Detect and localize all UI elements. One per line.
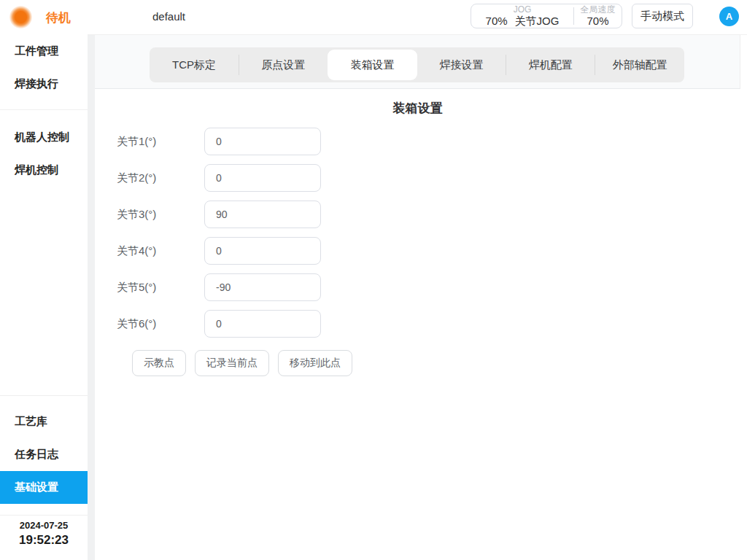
tab-1[interactable]: TCP标定 bbox=[150, 47, 239, 82]
joint-row-2: 关节2(°) bbox=[117, 160, 321, 196]
jog-mode-cell[interactable]: JOG 70% 关节JOG bbox=[471, 4, 573, 28]
joint-label-1: 关节1(°) bbox=[117, 135, 204, 149]
joint-row-4: 关节4(°) bbox=[117, 233, 321, 269]
joint-label-6: 关节6(°) bbox=[117, 317, 204, 331]
joint-label-4: 关节4(°) bbox=[117, 244, 204, 258]
sidebar-divider bbox=[0, 395, 88, 396]
tab-5[interactable]: 焊机配置 bbox=[506, 47, 595, 82]
sidebar-item-group3-1[interactable]: 工艺库 bbox=[0, 405, 88, 438]
tab-4[interactable]: 焊接设置 bbox=[417, 47, 506, 82]
sidebar-item-group1-1[interactable]: 工件管理 bbox=[0, 35, 88, 68]
settings-tab-bar: TCP标定原点设置装箱设置焊接设置焊机配置外部轴配置 bbox=[150, 47, 684, 82]
joint-label-2: 关节2(°) bbox=[117, 171, 204, 185]
global-speed-value: 70% bbox=[587, 15, 608, 27]
jog-speed-value: 70% bbox=[486, 15, 508, 27]
header-divider bbox=[88, 34, 747, 35]
panel-title: 装箱设置 bbox=[95, 100, 740, 117]
global-speed-cell[interactable]: 全局速度 70% bbox=[574, 4, 622, 28]
move-to-point-button[interactable]: 移动到此点 bbox=[278, 350, 352, 376]
manual-mode-button[interactable]: 手动模式 bbox=[632, 4, 693, 28]
datetime-display: 2024-07-25 19:52:23 bbox=[0, 518, 88, 548]
joint-row-6: 关节6(°) bbox=[117, 306, 321, 342]
joint-input-3[interactable] bbox=[204, 201, 321, 228]
sidebar-divider bbox=[0, 515, 88, 516]
jog-mode-value: 关节JOG bbox=[515, 15, 560, 27]
current-time: 19:52:23 bbox=[0, 532, 88, 548]
main-content: TCP标定原点设置装箱设置焊接设置焊机配置外部轴配置 装箱设置 关节1(°)关节… bbox=[95, 35, 747, 560]
sidebar-nav: 工件管理焊接执行 机器人控制焊机控制 工艺库任务日志基础设置 2024-07-2… bbox=[0, 35, 88, 560]
tab-6[interactable]: 外部轴配置 bbox=[595, 47, 684, 82]
joint-row-3: 关节3(°) bbox=[117, 196, 321, 233]
settings-tab-strip: TCP标定原点设置装箱设置焊接设置焊机配置外部轴配置 bbox=[95, 35, 740, 89]
tab-2[interactable]: 原点设置 bbox=[239, 47, 328, 82]
sidebar-divider bbox=[0, 109, 88, 110]
joint-angle-form: 关节1(°)关节2(°)关节3(°)关节4(°)关节5(°)关节6(°) bbox=[117, 123, 321, 342]
project-name: default bbox=[152, 10, 185, 23]
status-indicator-icon bbox=[9, 6, 32, 28]
jog-speed-panel[interactable]: JOG 70% 关节JOG 全局速度 70% bbox=[471, 4, 622, 28]
joint-input-1[interactable] bbox=[204, 128, 321, 155]
user-avatar[interactable]: A bbox=[719, 7, 739, 26]
current-date: 2024-07-25 bbox=[0, 518, 88, 532]
sidebar-item-group3-2[interactable]: 任务日志 bbox=[0, 438, 88, 471]
sidebar-item-group2-1[interactable]: 机器人控制 bbox=[0, 121, 88, 154]
joint-input-6[interactable] bbox=[204, 310, 321, 338]
joint-row-1: 关节1(°) bbox=[117, 123, 321, 160]
global-speed-label: 全局速度 bbox=[581, 5, 616, 15]
jog-label: JOG bbox=[514, 5, 532, 15]
joint-input-2[interactable] bbox=[204, 164, 321, 192]
robot-status-label: 待机 bbox=[46, 9, 71, 26]
joint-row-5: 关节5(°) bbox=[117, 269, 321, 306]
record-current-point-button[interactable]: 记录当前点 bbox=[195, 350, 269, 376]
panel-action-buttons: 示教点记录当前点移动到此点 bbox=[132, 350, 352, 376]
joint-input-4[interactable] bbox=[204, 237, 321, 265]
sidebar-content-gutter bbox=[88, 35, 95, 560]
tab-3[interactable]: 装箱设置 bbox=[328, 50, 417, 80]
sidebar-item-group2-2[interactable]: 焊机控制 bbox=[0, 154, 88, 187]
sidebar-item-group3-3[interactable]: 基础设置 bbox=[0, 471, 88, 504]
top-header: 待机 default JOG 70% 关节JOG 全局速度 70% 手动模式 A bbox=[0, 0, 747, 35]
joint-input-5[interactable] bbox=[204, 273, 321, 301]
teach-point-button[interactable]: 示教点 bbox=[132, 350, 186, 376]
sidebar-item-group1-2[interactable]: 焊接执行 bbox=[0, 68, 88, 101]
joint-label-3: 关节3(°) bbox=[117, 208, 204, 222]
joint-label-5: 关节5(°) bbox=[117, 281, 204, 295]
